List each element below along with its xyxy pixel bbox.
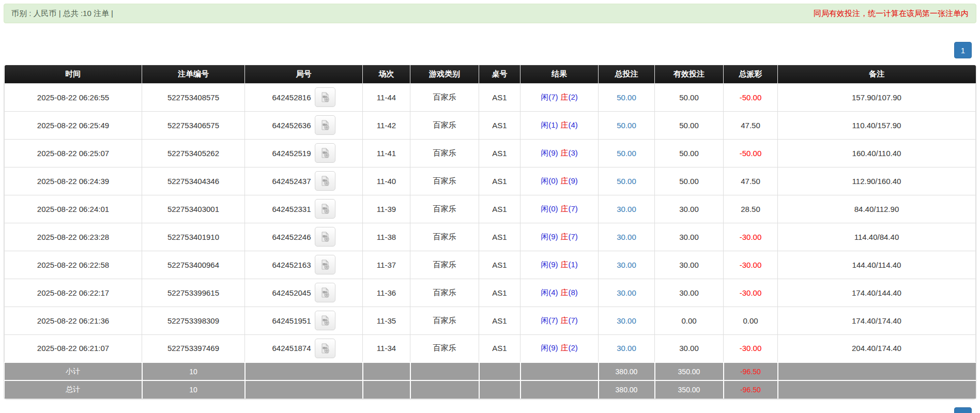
video-replay-button[interactable] [315, 143, 335, 163]
cell-result: 闲(1)庄(4) [520, 111, 599, 139]
video-replay-button[interactable] [315, 311, 335, 330]
cell-result: 闲(7)庄(2) [520, 83, 599, 111]
col-header-result: 结果 [520, 65, 599, 83]
video-replay-button[interactable] [315, 87, 335, 107]
cell-game-type: 百家乐 [410, 251, 479, 279]
total-bet-link[interactable]: 50.00 [617, 121, 636, 130]
cell-session: 11-42 [363, 111, 410, 139]
video-replay-button[interactable] [315, 255, 335, 274]
table-body: 2025-08-22 06:26:55 522753408575 6424528… [5, 83, 976, 362]
cell-game-type: 百家乐 [410, 334, 479, 362]
cell-table-no: AS1 [479, 83, 520, 111]
cell-session: 11-38 [363, 223, 410, 251]
cell-round-id: 642451951 [245, 307, 363, 334]
cell-time: 2025-08-22 06:21:36 [5, 307, 142, 334]
total-bet-link[interactable]: 30.00 [617, 316, 636, 325]
cell-valid-bet: 50.00 [655, 167, 724, 195]
grand-total-row: 总计 10 380.00 350.00 -96.50 [5, 380, 976, 399]
cell-valid-bet: 50.00 [655, 111, 724, 139]
video-file-icon [319, 203, 331, 215]
cell-bet-id: 522753401910 [142, 223, 245, 251]
subtotal-label: 小计 [5, 362, 142, 380]
pagination-page-button-bottom[interactable]: 1 [954, 407, 972, 413]
video-replay-button[interactable] [315, 171, 335, 191]
cell-result: 闲(9)庄(2) [520, 334, 599, 362]
cell-remark: 160.40/110.40 [778, 139, 976, 167]
subtotal-valid-bet: 350.00 [655, 362, 724, 380]
total-bet-link[interactable]: 50.00 [617, 149, 636, 158]
cell-game-type: 百家乐 [410, 307, 479, 334]
total-bet-link[interactable]: 30.00 [617, 288, 636, 297]
cell-payout: 28.50 [724, 195, 778, 223]
cell-time: 2025-08-22 06:22:17 [5, 279, 142, 307]
pagination-page-button[interactable]: 1 [954, 42, 972, 58]
result-banker-score: (2) [569, 93, 578, 101]
cell-remark: 84.40/112.90 [778, 195, 976, 223]
subtotal-row: 小计 10 380.00 350.00 -96.50 [5, 362, 976, 380]
cell-total-bet: 50.00 [599, 83, 655, 111]
cell-remark: 204.40/174.40 [778, 334, 976, 362]
col-header-remark: 备注 [778, 65, 976, 83]
cell-result: 闲(4)庄(8) [520, 279, 599, 307]
cell-result: 闲(9)庄(1) [520, 251, 599, 279]
cell-round-id: 642451874 [245, 334, 363, 362]
round-number: 642452331 [272, 205, 311, 213]
table-row: 2025-08-22 06:22:17 522753399615 6424520… [5, 279, 976, 307]
cell-time: 2025-08-22 06:21:07 [5, 334, 142, 362]
bet-records-table: 时间 注单编号 局号 场次 游戏类别 桌号 结果 总投注 有效投注 总派彩 备注… [4, 65, 976, 399]
cell-valid-bet: 0.00 [655, 307, 724, 334]
cell-valid-bet: 50.00 [655, 139, 724, 167]
cell-valid-bet: 30.00 [655, 334, 724, 362]
total-bet-link[interactable]: 30.00 [617, 261, 636, 269]
total-bet-link[interactable]: 30.00 [617, 233, 636, 241]
table-row: 2025-08-22 06:25:49 522753406575 6424526… [5, 111, 976, 139]
round-number: 642451874 [272, 344, 311, 353]
result-banker: 庄 [561, 316, 569, 325]
video-replay-button[interactable] [315, 283, 335, 302]
cell-total-bet: 30.00 [599, 223, 655, 251]
grand-total-total-bet: 380.00 [599, 380, 655, 399]
total-bet-link[interactable]: 30.00 [617, 205, 636, 213]
col-header-total-bet: 总投注 [599, 65, 655, 83]
cell-table-no: AS1 [479, 307, 520, 334]
result-player: 闲(0) [541, 176, 558, 185]
video-file-icon [319, 119, 331, 131]
cell-round-id: 642452437 [245, 167, 363, 195]
total-bet-link[interactable]: 50.00 [617, 93, 636, 102]
cell-total-bet: 30.00 [599, 279, 655, 307]
result-player: 闲(7) [541, 93, 558, 101]
table-row: 2025-08-22 06:21:36 522753398309 6424519… [5, 307, 976, 334]
cell-round-id: 642452246 [245, 223, 363, 251]
cell-game-type: 百家乐 [410, 167, 479, 195]
total-bet-link[interactable]: 30.00 [617, 344, 636, 353]
cell-total-bet: 30.00 [599, 307, 655, 334]
video-replay-button[interactable] [315, 227, 335, 247]
subtotal-count: 10 [142, 362, 245, 380]
col-header-time: 时间 [5, 65, 142, 83]
col-header-round-id: 局号 [245, 65, 363, 83]
cell-round-id: 642452163 [245, 251, 363, 279]
cell-bet-id: 522753403001 [142, 195, 245, 223]
table-row: 2025-08-22 06:26:55 522753408575 6424528… [5, 83, 976, 111]
cell-bet-id: 522753408575 [142, 83, 245, 111]
video-replay-button[interactable] [315, 199, 335, 219]
cell-total-bet: 30.00 [599, 334, 655, 362]
video-replay-button[interactable] [315, 115, 335, 135]
cell-table-no: AS1 [479, 279, 520, 307]
cell-round-id: 642452331 [245, 195, 363, 223]
result-player: 闲(1) [541, 120, 558, 129]
cell-time: 2025-08-22 06:26:55 [5, 83, 142, 111]
cell-result: 闲(0)庄(9) [520, 167, 599, 195]
video-replay-button[interactable] [315, 339, 335, 358]
cell-remark: 174.40/144.40 [778, 279, 976, 307]
cell-remark: 157.90/107.90 [778, 83, 976, 111]
result-banker: 庄 [561, 148, 569, 157]
result-banker-score: (2) [569, 343, 578, 352]
cell-valid-bet: 50.00 [655, 83, 724, 111]
cell-time: 2025-08-22 06:24:01 [5, 195, 142, 223]
total-bet-link[interactable]: 50.00 [617, 177, 636, 186]
result-banker-score: (7) [569, 232, 578, 241]
result-banker-score: (1) [569, 260, 578, 269]
cell-payout: -50.00 [724, 139, 778, 167]
cell-game-type: 百家乐 [410, 279, 479, 307]
